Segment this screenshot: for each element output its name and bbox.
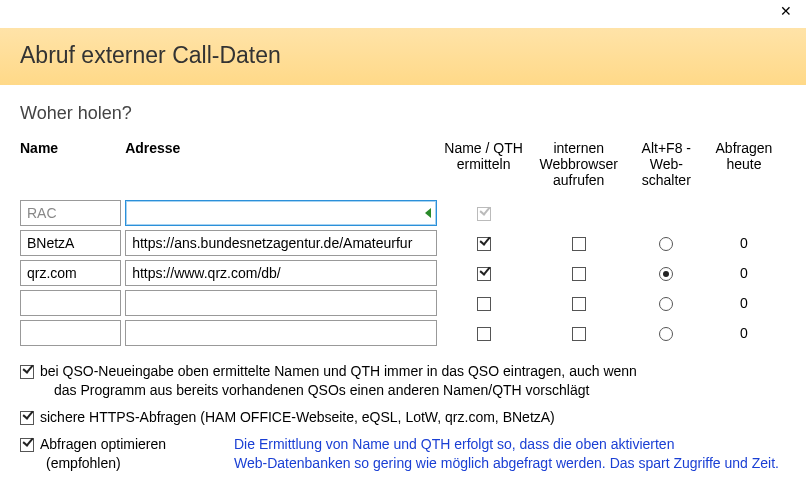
option-https-checkbox[interactable]	[20, 411, 34, 425]
sources-table: Name Adresse Name / QTH ermitteln intern…	[20, 140, 786, 348]
dropdown-arrow-icon[interactable]	[425, 208, 431, 218]
webbrowser-checkbox[interactable]	[572, 237, 586, 251]
option-auto-insert: bei QSO-Neueingabe oben ermittelte Namen…	[20, 362, 786, 400]
altf8-radio[interactable]	[659, 267, 673, 281]
nameqth-checkbox	[477, 207, 491, 221]
name-input[interactable]	[20, 260, 121, 286]
option-https: sichere HTTPS-Abfragen (HAM OFFICE-Webse…	[20, 408, 786, 427]
queries-today-value: 0	[706, 258, 786, 288]
table-row: 0	[20, 288, 786, 318]
col-header-address: Adresse	[125, 140, 440, 198]
webbrowser-checkbox[interactable]	[572, 297, 586, 311]
table-row: 0	[20, 318, 786, 348]
address-input[interactable]	[125, 230, 436, 256]
queries-today-value: 0	[706, 228, 786, 258]
option-optimize-help: Die Ermittlung von Name und QTH erfolgt …	[234, 435, 779, 473]
nameqth-checkbox[interactable]	[477, 297, 491, 311]
option-optimize: Abfragen optimieren (empfohlen) Die Ermi…	[20, 435, 786, 473]
webbrowser-checkbox[interactable]	[572, 267, 586, 281]
col-header-today: Abfragen heute	[706, 140, 786, 198]
option-auto-insert-label: bei QSO-Neueingabe oben ermittelte Namen…	[40, 362, 637, 400]
table-row: 0	[20, 228, 786, 258]
name-input[interactable]	[20, 320, 121, 346]
dialog-content: Woher holen? Name Adresse Name / QTH erm…	[0, 85, 806, 473]
nameqth-checkbox[interactable]	[477, 267, 491, 281]
option-optimize-label: Abfragen optimieren (empfohlen)	[40, 435, 166, 473]
webbrowser-checkbox[interactable]	[572, 327, 586, 341]
nameqth-checkbox[interactable]	[477, 237, 491, 251]
queries-today-value	[706, 198, 786, 228]
col-header-altf8: Alt+F8 - Web-schalter	[631, 140, 706, 198]
titlebar: ✕	[0, 0, 806, 28]
table-row: 0	[20, 258, 786, 288]
address-input[interactable]	[125, 290, 436, 316]
close-button[interactable]: ✕	[766, 0, 806, 24]
altf8-radio[interactable]	[659, 237, 673, 251]
address-input[interactable]	[125, 260, 436, 286]
name-input[interactable]	[20, 230, 121, 256]
dialog-title: Abruf externer Call-Daten	[20, 42, 786, 69]
name-input	[20, 200, 121, 226]
queries-today-value: 0	[706, 318, 786, 348]
altf8-radio[interactable]	[659, 327, 673, 341]
option-https-label: sichere HTTPS-Abfragen (HAM OFFICE-Webse…	[40, 408, 555, 427]
table-row	[20, 198, 786, 228]
name-input[interactable]	[20, 290, 121, 316]
address-input[interactable]	[125, 200, 436, 226]
address-input[interactable]	[125, 320, 436, 346]
col-header-webbrowser: internen Webbrowser aufrufen	[531, 140, 631, 198]
col-header-nameqth: Name / QTH ermitteln	[441, 140, 531, 198]
option-optimize-checkbox[interactable]	[20, 438, 34, 452]
option-auto-insert-checkbox[interactable]	[20, 365, 34, 379]
nameqth-checkbox[interactable]	[477, 327, 491, 341]
altf8-radio[interactable]	[659, 297, 673, 311]
dialog-header: Abruf externer Call-Daten	[0, 28, 806, 85]
queries-today-value: 0	[706, 288, 786, 318]
section-title: Woher holen?	[20, 103, 786, 124]
options-section: bei QSO-Neueingabe oben ermittelte Namen…	[20, 362, 786, 473]
col-header-name: Name	[20, 140, 125, 198]
